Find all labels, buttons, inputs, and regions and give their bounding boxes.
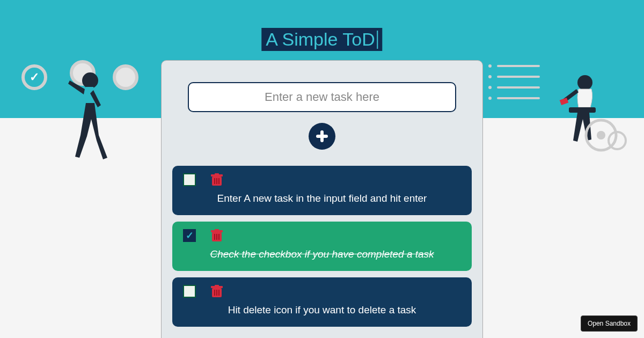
svg-rect-19: [216, 234, 217, 240]
svg-rect-17: [215, 229, 219, 231]
svg-rect-13: [216, 178, 217, 184]
svg-point-1: [577, 75, 592, 90]
svg-rect-2: [569, 107, 596, 113]
task-input[interactable]: [188, 82, 456, 112]
person-walking-icon: [59, 65, 118, 167]
svg-rect-25: [216, 290, 217, 296]
svg-rect-26: [218, 290, 219, 296]
svg-rect-8: [316, 135, 328, 138]
task-text: Enter A new task in the input field and …: [183, 193, 461, 204]
svg-rect-23: [215, 285, 219, 286]
task-text: Hit delete icon if you want to delete a …: [183, 304, 461, 316]
open-sandbox-button[interactable]: Open Sandbox: [581, 315, 638, 332]
person-wheelchair-icon: [547, 71, 628, 162]
svg-rect-11: [215, 173, 219, 175]
svg-rect-18: [214, 234, 215, 240]
typing-cursor: [377, 31, 378, 49]
trash-icon[interactable]: [211, 229, 223, 242]
illustration-left: ✓: [21, 60, 150, 167]
check-circle-icon: ✓: [21, 64, 47, 90]
svg-rect-20: [218, 234, 219, 240]
task-item: Hit delete icon if you want to delete a …: [172, 277, 472, 327]
task-checkbox[interactable]: [183, 173, 196, 186]
page-title: A Simple ToD: [261, 28, 382, 51]
svg-point-0: [82, 72, 98, 89]
trash-icon[interactable]: [211, 285, 223, 298]
trash-icon[interactable]: [211, 173, 223, 186]
svg-rect-14: [218, 178, 219, 184]
input-wrapper: [162, 82, 482, 112]
svg-point-4: [597, 131, 605, 139]
task-text: Check the checkbox if you have completed…: [183, 248, 461, 260]
list-lines-icon: [488, 64, 540, 107]
task-item: Enter A new task in the input field and …: [172, 166, 472, 215]
title-text: A Simple ToD: [266, 29, 375, 50]
add-button-wrapper: [162, 123, 482, 150]
todo-panel: Enter A new task in the input field and …: [161, 60, 483, 338]
svg-rect-24: [214, 290, 215, 296]
task-item: Check the checkbox if you have completed…: [172, 222, 472, 271]
task-checkbox[interactable]: [183, 285, 196, 298]
task-list: Enter A new task in the input field and …: [162, 166, 482, 327]
svg-rect-12: [214, 178, 215, 184]
task-checkbox[interactable]: [183, 229, 196, 242]
add-task-button[interactable]: [309, 123, 335, 150]
illustration-right: [488, 60, 628, 167]
plus-icon: [314, 129, 330, 144]
